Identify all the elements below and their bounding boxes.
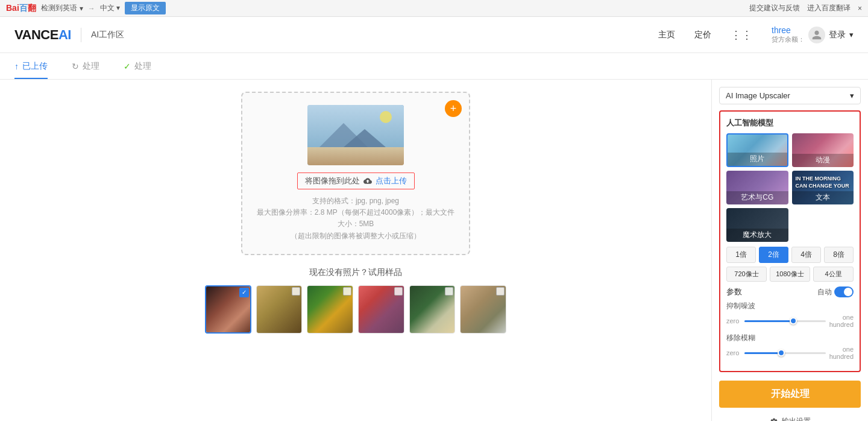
target-lang-label: 中文 <box>100 4 115 12</box>
auto-label: 自动 <box>817 287 832 297</box>
nav-right: 主页 定价 ⋮⋮ three 贷方余额： 登录 ▾ <box>658 25 854 44</box>
scale-2x[interactable]: 2倍 <box>759 247 788 263</box>
step-process1[interactable]: ↻ 处理 <box>72 53 99 79</box>
params-label: 参数 <box>726 286 742 297</box>
noise-label: 抑制噪波 <box>726 301 854 311</box>
more-tools-icon[interactable]: ⋮⋮ <box>731 28 752 42</box>
noise-fill <box>744 320 793 322</box>
blur-section: 移除模糊 zero one hundred <box>726 333 854 360</box>
step-process2[interactable]: ✓ 处理 <box>124 53 151 79</box>
process-icon: ↻ <box>72 62 79 71</box>
upload-area: + <box>0 80 711 421</box>
nav-pricing[interactable]: 定价 <box>694 30 711 40</box>
params-header: 参数 自动 <box>726 286 854 297</box>
res-720[interactable]: 720像士 <box>726 267 767 282</box>
tool-selector[interactable]: AI Image Upscaler ▾ <box>719 87 861 104</box>
blur-fill <box>744 352 781 354</box>
login-label[interactable]: 登录 <box>829 30 846 40</box>
sample-checkbox <box>343 287 351 296</box>
model-anime[interactable]: 动漫 <box>792 133 854 167</box>
model-magic[interactable]: 魔术放大 <box>726 208 788 242</box>
noise-max-label: one hundred <box>829 314 854 328</box>
step-process2-label: 处理 <box>134 61 151 72</box>
model-art[interactable]: 艺术与CG <box>726 171 788 204</box>
username: three <box>772 25 805 35</box>
model-photo[interactable]: 照片 <box>726 133 788 167</box>
arrow-icon: → <box>88 4 95 13</box>
model-text-label: 文本 <box>792 191 854 204</box>
sample-checkbox <box>445 287 453 296</box>
drop-zone[interactable]: 将图像拖到此处 点击上传 <box>297 173 415 189</box>
noise-min-label: zero <box>726 317 741 324</box>
scale-8x[interactable]: 8倍 <box>824 247 854 263</box>
blur-slider[interactable] <box>744 352 826 354</box>
blur-slider-row: zero one hundred <box>726 346 854 360</box>
text-overlay: IN THE MORNING CAN CHANGE YOUR <box>796 176 851 189</box>
sample-item[interactable] <box>256 285 303 334</box>
model-magic-label: 魔术放大 <box>726 229 788 242</box>
baidu-translate-bar: Bai百翻 检测到英语 ▾ → 中文 ▾ 显示原文 提交建议与反馈 进入百度翻译… <box>0 0 868 17</box>
svg-point-4 <box>380 111 392 123</box>
upload-box[interactable]: + <box>241 92 470 255</box>
model-art-label: 艺术与CG <box>726 191 788 204</box>
detect-label: 检测到英语 <box>41 3 77 13</box>
done-icon: ✓ <box>124 62 131 71</box>
model-text[interactable]: IN THE MORNING CAN CHANGE YOUR 文本 <box>792 171 854 204</box>
scale-1x[interactable]: 1倍 <box>726 247 756 263</box>
scale-4x[interactable]: 4倍 <box>791 247 821 263</box>
step-upload[interactable]: ↑ 已上传 <box>14 53 48 79</box>
noise-slider[interactable] <box>744 320 826 322</box>
start-processing-button[interactable]: 开始处理 <box>719 381 861 408</box>
enter-baidu-link[interactable]: 进入百度翻译 <box>807 3 851 13</box>
sample-checkbox <box>292 287 300 296</box>
blur-label: 移除模糊 <box>726 333 854 343</box>
sample-checkbox <box>496 287 505 296</box>
noise-thumb[interactable] <box>790 317 797 324</box>
tool-name: AI Image Upscaler <box>726 91 790 100</box>
baidu-logo: Bai百翻 <box>6 3 36 14</box>
logo: VANCEAI <box>14 27 71 43</box>
sample-item[interactable] <box>409 285 456 334</box>
user-info[interactable]: three 贷方余额： 登录 ▾ <box>772 25 854 44</box>
blur-min-label: zero <box>726 349 741 356</box>
target-language[interactable]: 中文 ▾ <box>100 3 120 13</box>
res-1080[interactable]: 1080像士 <box>770 267 810 282</box>
ai-model-title: 人工智能模型 <box>726 118 854 128</box>
auto-toggle[interactable]: 自动 <box>817 286 854 297</box>
click-upload-link[interactable]: 点击上传 <box>376 176 407 186</box>
model-photo-label: 照片 <box>728 153 787 166</box>
sample-item[interactable]: ✓ <box>205 285 251 334</box>
dropdown-icon: ▾ <box>850 91 854 100</box>
top-nav: VANCEAI AI工作区 主页 定价 ⋮⋮ three 贷方余额： 登录 ▾ <box>0 17 868 53</box>
resolution-row: 720像士 1080像士 4公里 <box>726 267 854 282</box>
nav-home[interactable]: 主页 <box>658 30 675 40</box>
detect-chevron: ▾ <box>80 4 83 13</box>
sample-item[interactable] <box>460 285 506 334</box>
sample-grid: ✓ <box>205 285 506 334</box>
settings-icon <box>770 417 778 422</box>
noise-slider-row: zero one hundred <box>726 314 854 328</box>
close-baidu-icon[interactable]: × <box>858 4 862 13</box>
ai-model-panel: 人工智能模型 照片 动漫 艺术与CG IN THE MORNING CAN CH… <box>719 110 861 372</box>
blur-thumb[interactable] <box>778 349 785 356</box>
res-4k[interactable]: 4公里 <box>813 267 854 282</box>
right-panel: AI Image Upscaler ▾ 人工智能模型 照片 动漫 艺术与CG <box>711 80 868 421</box>
feedback-link[interactable]: 提交建议与反馈 <box>749 3 800 13</box>
sample-item[interactable] <box>358 285 404 334</box>
main-layout: + <box>0 80 868 421</box>
sample-check-icon: ✓ <box>239 288 249 297</box>
logo-vance: VANCE <box>14 27 58 42</box>
output-settings-label: 输出设置 <box>782 416 811 421</box>
show-original-button[interactable]: 显示原文 <box>125 2 166 14</box>
output-settings[interactable]: 输出设置 <box>719 416 861 421</box>
auto-switch[interactable] <box>834 286 854 297</box>
detect-language[interactable]: 检测到英语 ▾ <box>41 3 83 13</box>
step-upload-label: 已上传 <box>22 61 48 72</box>
blur-max-label: one hundred <box>829 346 854 360</box>
workspace-label: AI工作区 <box>91 30 124 40</box>
add-image-button[interactable]: + <box>445 100 462 117</box>
login-chevron: ▾ <box>849 30 854 39</box>
sample-item[interactable] <box>307 285 353 334</box>
upload-icon: ↑ <box>14 62 19 71</box>
balance-label: 贷方余额： <box>772 35 805 44</box>
